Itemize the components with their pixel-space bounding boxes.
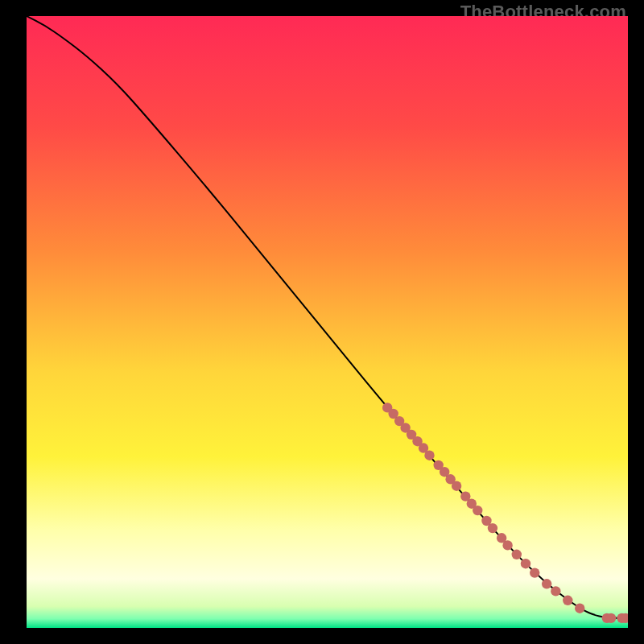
curve-marker: [488, 523, 497, 533]
chart-stage: TheBottleneck.com: [0, 0, 644, 644]
plot-background: [27, 16, 628, 628]
curve-marker: [512, 550, 522, 559]
curve-marker: [473, 506, 482, 515]
curve-marker: [551, 586, 560, 596]
curve-marker: [521, 559, 530, 568]
curve-marker: [563, 596, 572, 605]
curve-marker: [502, 540, 512, 550]
curve-marker: [542, 579, 551, 588]
curve-marker: [424, 450, 434, 460]
bottleneck-chart: [27, 16, 628, 628]
curve-marker: [452, 481, 461, 490]
curve-marker: [575, 603, 584, 613]
curve-marker: [606, 613, 616, 623]
curve-marker: [530, 568, 539, 577]
